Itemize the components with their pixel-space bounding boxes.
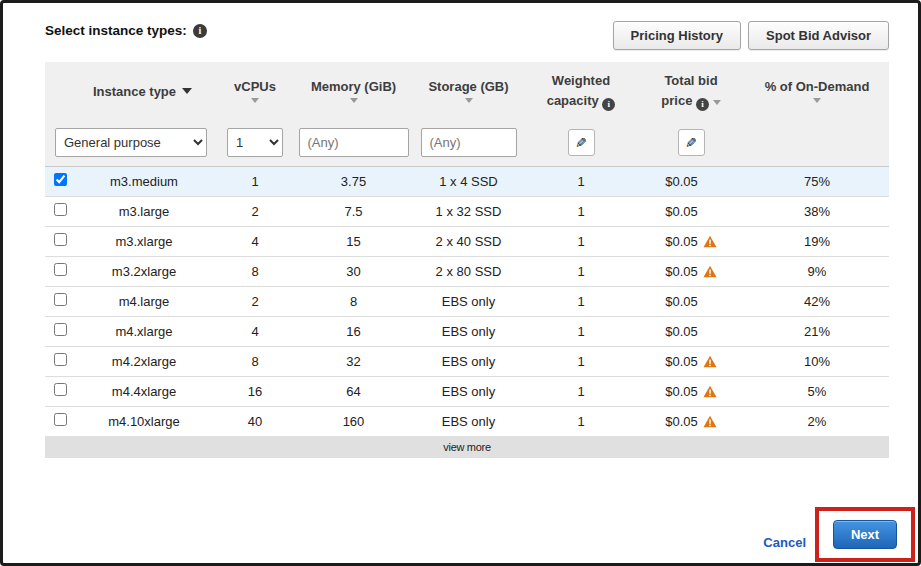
instance-type-cell: m4.large <box>70 286 215 316</box>
table-row[interactable]: m3.2xlarge 8 30 2 x 80 SSD 1 $0.05 9% <box>45 256 889 286</box>
table-row[interactable]: m4.4xlarge 16 64 EBS only 1 $0.05 5% <box>45 376 889 406</box>
instance-family-filter-select[interactable]: General purpose <box>55 128 207 157</box>
percent-on-demand-cell: 21% <box>745 316 889 346</box>
storage-cell: 2 x 80 SSD <box>412 256 525 286</box>
row-checkbox[interactable] <box>54 413 67 426</box>
row-checkbox[interactable] <box>54 353 67 366</box>
table-row[interactable]: m4.large 2 8 EBS only 1 $0.05 42% <box>45 286 889 316</box>
instance-type-cell: m4.2xlarge <box>70 346 215 376</box>
bid-price-value: $0.05 <box>665 324 698 339</box>
row-checkbox-cell <box>45 406 70 436</box>
view-more-button[interactable]: view more <box>45 436 889 458</box>
warning-icon <box>703 355 717 368</box>
column-label: Memory (GiB) <box>311 79 396 94</box>
bid-price-value: $0.05 <box>665 264 698 279</box>
vcpus-filter-select[interactable]: 1 <box>227 128 283 157</box>
column-label: vCPUs <box>234 79 276 94</box>
edit-bid-price-button[interactable]: ✎ <box>678 129 705 156</box>
bid-price-value: $0.05 <box>665 294 698 309</box>
pencil-icon: ✎ <box>575 136 587 150</box>
sort-arrow-icon <box>813 98 821 103</box>
storage-cell: EBS only <box>412 286 525 316</box>
bid-price-value: $0.05 <box>665 234 698 249</box>
instance-type-cell: m4.4xlarge <box>70 376 215 406</box>
vcpus-cell: 2 <box>215 196 295 226</box>
sort-arrow-icon <box>251 98 259 103</box>
cancel-link[interactable]: Cancel <box>763 530 806 556</box>
memory-filter-cell <box>295 120 412 166</box>
memory-cell: 16 <box>295 316 412 346</box>
memory-cell: 15 <box>295 226 412 256</box>
table-row[interactable]: m3.large 2 7.5 1 x 32 SSD 1 $0.05 38% <box>45 196 889 226</box>
table-row[interactable]: m3.xlarge 4 15 2 x 40 SSD 1 $0.05 19% <box>45 226 889 256</box>
instance-type-cell: m3.medium <box>70 166 215 196</box>
bid-price-cell: $0.05 <box>637 286 745 316</box>
row-checkbox[interactable] <box>54 323 67 336</box>
row-checkbox[interactable] <box>54 203 67 216</box>
bid-price-value: $0.05 <box>665 354 698 369</box>
bid-price-cell: $0.05 <box>637 196 745 226</box>
row-checkbox-cell <box>45 256 70 286</box>
bid-price-value: $0.05 <box>665 174 698 189</box>
column-header-weighted-capacity[interactable]: Weighted capacity i <box>525 62 637 120</box>
sort-arrow-icon <box>182 88 192 94</box>
info-icon[interactable]: i <box>696 98 709 111</box>
column-label: Weighted capacity <box>547 73 610 108</box>
instance-type-cell: m3.large <box>70 196 215 226</box>
info-icon[interactable]: i <box>602 98 615 111</box>
spot-bid-advisor-button[interactable]: Spot Bid Advisor <box>748 21 889 50</box>
weighted-capacity-cell: 1 <box>525 256 637 286</box>
weighted-capacity-cell: 1 <box>525 196 637 226</box>
edit-weighted-capacity-button[interactable]: ✎ <box>568 129 595 156</box>
table-body: m3.medium 1 3.75 1 x 4 SSD 1 $0.05 75% <box>45 166 889 436</box>
column-label: Instance type <box>93 84 176 99</box>
storage-cell: EBS only <box>412 376 525 406</box>
table-header-row: Instance type vCPUs Memory (GiB) <box>45 62 889 120</box>
warning-icon <box>703 385 717 398</box>
vcpus-filter-cell: 1 <box>215 120 295 166</box>
row-checkbox[interactable] <box>54 293 67 306</box>
storage-filter-cell <box>412 120 525 166</box>
column-header-storage[interactable]: Storage (GB) <box>412 62 525 120</box>
sort-arrow-icon <box>350 98 358 103</box>
next-button[interactable]: Next <box>833 520 897 549</box>
storage-filter-input[interactable] <box>421 128 517 157</box>
column-header-total-bid-price[interactable]: Total bid price i <box>637 62 745 120</box>
percent-on-demand-cell: 19% <box>745 226 889 256</box>
warning-icon <box>703 235 717 248</box>
row-checkbox-cell <box>45 226 70 256</box>
memory-filter-input[interactable] <box>299 128 409 157</box>
column-header-percent-on-demand[interactable]: % of On-Demand <box>745 62 889 120</box>
column-header-instance-type[interactable]: Instance type <box>70 62 215 120</box>
column-label: Total bid price <box>661 73 717 108</box>
weighted-capacity-cell: 1 <box>525 286 637 316</box>
row-checkbox[interactable] <box>54 233 67 246</box>
weighted-capacity-cell: 1 <box>525 346 637 376</box>
memory-cell: 160 <box>295 406 412 436</box>
memory-cell: 64 <box>295 376 412 406</box>
header-checkbox-spacer <box>45 62 70 120</box>
info-icon[interactable]: i <box>193 24 207 38</box>
table-row[interactable]: m4.10xlarge 40 160 EBS only 1 $0.05 2% <box>45 406 889 436</box>
row-checkbox[interactable] <box>54 383 67 396</box>
table-row[interactable]: m3.medium 1 3.75 1 x 4 SSD 1 $0.05 75% <box>45 166 889 196</box>
warning-icon <box>703 415 717 428</box>
percent-on-demand-cell: 38% <box>745 196 889 226</box>
column-header-vcpus[interactable]: vCPUs <box>215 62 295 120</box>
memory-cell: 8 <box>295 286 412 316</box>
row-checkbox[interactable] <box>54 173 67 186</box>
weighted-capacity-cell: 1 <box>525 316 637 346</box>
table-row[interactable]: m4.xlarge 4 16 EBS only 1 $0.05 21% <box>45 316 889 346</box>
page-title: Select instance types: <box>45 23 187 38</box>
vcpus-cell: 8 <box>215 346 295 376</box>
storage-cell: EBS only <box>412 316 525 346</box>
row-checkbox[interactable] <box>54 263 67 276</box>
percent-on-demand-cell: 2% <box>745 406 889 436</box>
column-header-memory[interactable]: Memory (GiB) <box>295 62 412 120</box>
row-checkbox-cell <box>45 196 70 226</box>
bid-price-value: $0.05 <box>665 414 698 429</box>
table-row[interactable]: m4.2xlarge 8 32 EBS only 1 $0.05 10% <box>45 346 889 376</box>
row-checkbox-cell <box>45 286 70 316</box>
memory-cell: 30 <box>295 256 412 286</box>
pricing-history-button[interactable]: Pricing History <box>613 21 741 50</box>
